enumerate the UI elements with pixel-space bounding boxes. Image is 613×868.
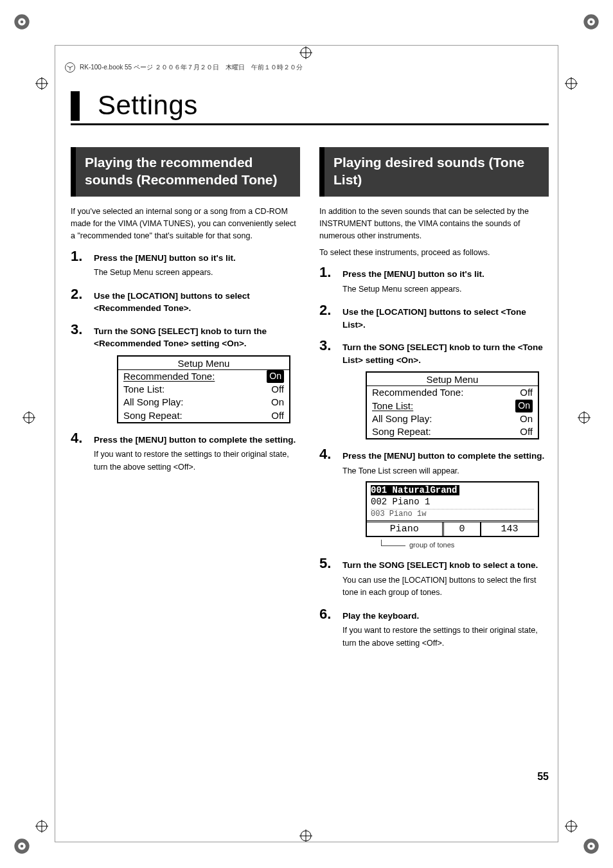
tone-group: Piano — [367, 522, 444, 536]
intro-text: To select these instruments, proceed as … — [319, 247, 549, 259]
framemaker-header: RK-100-e.book 55 ページ ２００６年７月２０日 木曜日 午前１０… — [64, 62, 303, 73]
registration-mark-icon — [582, 13, 600, 31]
step-body: The Tone List screen will appear. — [342, 465, 549, 477]
step-item: Turn the SONG [SELECT] knob to select a … — [319, 559, 549, 599]
step-body: If you want to restore the settings to t… — [342, 624, 549, 650]
lcd-title: Setup Menu — [118, 357, 289, 370]
step-heading: Play the keyboard. — [342, 610, 549, 623]
chapter-title-text: Settings — [98, 90, 198, 121]
lcd-row-label: All Song Play: — [123, 396, 183, 409]
step-item: Use the [LOCATION] buttons to select <Re… — [71, 290, 300, 315]
tone-list-row: 001 NaturalGrand — [371, 485, 459, 495]
svg-point-2 — [21, 21, 24, 24]
svg-point-8 — [21, 845, 24, 848]
title-bar-icon — [71, 91, 80, 121]
intro-text: If you've selected an internal song or a… — [71, 206, 300, 243]
step-heading: Turn the SONG [SELECT] knob to turn the … — [342, 341, 549, 366]
section-heading-recommended-tone: Playing the recommended sounds (Recommen… — [71, 147, 300, 197]
step-heading: Turn the SONG [SELECT] knob to turn the … — [94, 325, 300, 350]
step-heading: Turn the SONG [SELECT] knob to select a … — [342, 559, 549, 572]
crop-mark-icon — [565, 77, 578, 90]
tone-page: 0 — [444, 522, 482, 536]
step-heading: Press the [MENU] button to complete the … — [94, 434, 300, 447]
lcd-row-value: On — [515, 400, 533, 412]
step-item: Use the [LOCATION] buttons to select <To… — [319, 306, 549, 331]
tone-list-row: 002 Piano 1 — [371, 497, 534, 508]
intro-text: In addition to the seven sounds that can… — [319, 206, 549, 243]
crop-mark-icon — [35, 77, 48, 90]
lcd-row-value: Off — [520, 425, 533, 438]
book-icon — [64, 62, 76, 73]
crop-mark-icon — [35, 820, 48, 833]
step-item: Press the [MENU] button to complete the … — [71, 434, 300, 474]
lcd-row-value: Off — [271, 409, 284, 422]
tone-number: 143 — [481, 522, 538, 536]
tone-list-row: 003 Piano 1w — [371, 509, 534, 519]
lcd-row-label: Recommended Tone: — [123, 370, 215, 383]
step-heading: Press the [MENU] button so it's lit. — [94, 252, 300, 265]
step-heading: Press the [MENU] button so it's lit. — [342, 268, 549, 281]
lcd-setup-menu: Setup Menu Recommended Tone:On Tone List… — [117, 355, 290, 423]
step-heading: Use the [LOCATION] buttons to select <Re… — [94, 290, 300, 315]
leader-line-icon — [381, 540, 405, 546]
step-item: Turn the SONG [SELECT] knob to turn the … — [71, 325, 300, 423]
lcd-row-label: Song Repeat: — [123, 409, 182, 422]
crop-mark-icon — [578, 411, 591, 424]
svg-point-5 — [590, 21, 593, 24]
svg-point-11 — [590, 845, 593, 848]
step-body: The Setup Menu screen appears. — [94, 267, 300, 279]
lcd-row-label: Recommended Tone: — [372, 386, 463, 399]
chapter-title: Settings — [71, 90, 549, 125]
lcd-tone-list: 001 NaturalGrand 002 Piano 1 003 Piano 1… — [366, 481, 539, 537]
step-heading: Press the [MENU] button to complete the … — [342, 450, 549, 463]
column-left: Playing the recommended sounds (Recommen… — [71, 147, 300, 660]
crop-mark-icon — [22, 411, 35, 424]
lcd-row-value: Off — [520, 386, 533, 399]
crop-mark-icon — [565, 820, 578, 833]
step-body: If you want to restore the settings to t… — [94, 448, 300, 474]
lcd-row-value: Off — [271, 383, 284, 396]
lcd-row-value: On — [271, 396, 284, 409]
step-body: The Setup Menu screen appears. — [342, 283, 549, 296]
step-heading: Use the [LOCATION] buttons to select <To… — [342, 306, 549, 331]
step-body: You can use the [LOCATION] buttons to se… — [342, 574, 549, 599]
lcd-row-label: Song Repeat: — [372, 425, 431, 438]
step-item: Turn the SONG [SELECT] knob to turn the … — [319, 341, 549, 439]
lcd-row-value: On — [520, 412, 533, 425]
lcd-row-label: All Song Play: — [372, 412, 432, 425]
framemaker-header-text: RK-100-e.book 55 ページ ２００６年７月２０日 木曜日 午前１０… — [80, 63, 303, 72]
registration-mark-icon — [582, 837, 600, 855]
column-right: Playing desired sounds (Tone List) In ad… — [319, 147, 549, 660]
registration-mark-icon — [13, 837, 31, 855]
section-heading-tone-list: Playing desired sounds (Tone List) — [319, 147, 549, 197]
step-item: Press the [MENU] button so it's lit. The… — [319, 268, 549, 296]
lcd-row-label: Tone List: — [123, 383, 164, 396]
step-item: Press the [MENU] button to complete the … — [319, 450, 549, 549]
lcd-row-label: Tone List: — [372, 400, 413, 412]
step-item: Press the [MENU] button so it's lit. The… — [71, 252, 300, 279]
page-number: 55 — [537, 771, 549, 783]
registration-mark-icon — [13, 13, 31, 31]
step-item: Play the keyboard. If you want to restor… — [319, 610, 549, 650]
lcd-setup-menu: Setup Menu Recommended Tone:Off Tone Lis… — [366, 371, 539, 439]
lcd-title: Setup Menu — [367, 373, 538, 386]
tone-caption: group of tones — [381, 541, 549, 549]
lcd-row-value: On — [267, 370, 284, 383]
